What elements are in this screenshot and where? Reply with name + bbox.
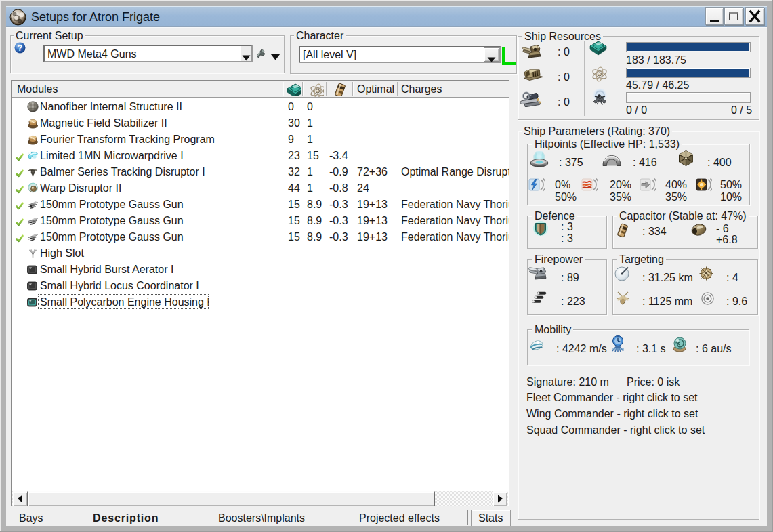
svg-text:?: ? [18, 43, 22, 53]
